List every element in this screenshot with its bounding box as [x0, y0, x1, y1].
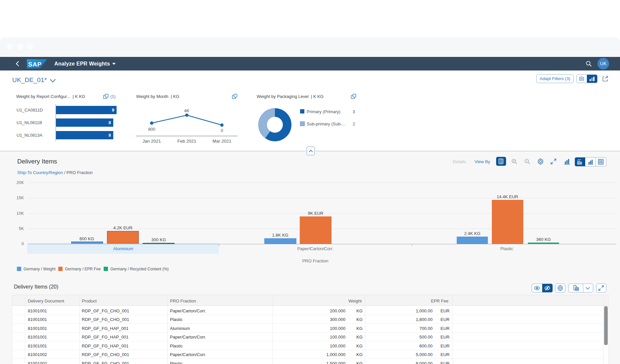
svg-text:800: 800	[148, 127, 155, 132]
svg-text:Feb 2021: Feb 2021	[177, 139, 196, 144]
svg-text:Jan 2021: Jan 2021	[142, 139, 161, 144]
svg-text:Mar 2021: Mar 2021	[212, 139, 231, 144]
svg-text:4K: 4K	[184, 108, 189, 113]
svg-text:0: 0	[221, 128, 223, 133]
svg-text:SAP: SAP	[28, 61, 42, 68]
